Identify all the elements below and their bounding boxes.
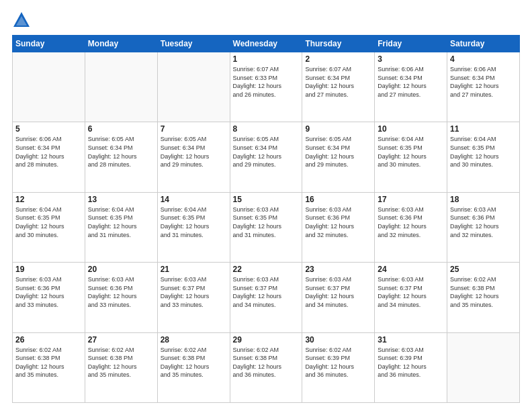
- week-row-5: 26Sunrise: 6:02 AM Sunset: 6:38 PM Dayli…: [13, 332, 520, 402]
- day-number: 10: [378, 124, 444, 134]
- day-number: 2: [305, 54, 371, 64]
- day-number: 25: [450, 265, 517, 274]
- cell-info: Sunrise: 6:04 AM Sunset: 6:35 PM Dayligh…: [450, 135, 517, 169]
- day-number: 11: [450, 124, 517, 134]
- day-number: 3: [378, 54, 444, 64]
- cell-info: Sunrise: 6:05 AM Sunset: 6:34 PM Dayligh…: [88, 135, 154, 169]
- calendar-cell: 25Sunrise: 6:02 AM Sunset: 6:38 PM Dayli…: [447, 263, 520, 332]
- day-number: 14: [161, 195, 227, 204]
- weekday-wednesday: Wednesday: [230, 36, 302, 52]
- cell-info: Sunrise: 6:04 AM Sunset: 6:35 PM Dayligh…: [88, 205, 154, 239]
- weekday-sunday: Sunday: [13, 36, 85, 52]
- calendar-cell: 10Sunrise: 6:04 AM Sunset: 6:35 PM Dayli…: [375, 122, 447, 192]
- cell-info: Sunrise: 6:06 AM Sunset: 6:34 PM Dayligh…: [15, 135, 82, 169]
- cell-info: Sunrise: 6:03 AM Sunset: 6:36 PM Dayligh…: [15, 275, 82, 309]
- calendar-cell: [157, 52, 230, 122]
- cell-info: Sunrise: 6:04 AM Sunset: 6:35 PM Dayligh…: [378, 135, 444, 169]
- calendar-cell: 16Sunrise: 6:03 AM Sunset: 6:36 PM Dayli…: [302, 192, 375, 262]
- calendar-cell: 27Sunrise: 6:02 AM Sunset: 6:38 PM Dayli…: [85, 332, 157, 402]
- day-number: 22: [233, 265, 300, 274]
- cell-info: Sunrise: 6:02 AM Sunset: 6:38 PM Dayligh…: [15, 346, 82, 379]
- day-number: 31: [378, 335, 444, 345]
- cell-info: Sunrise: 6:07 AM Sunset: 6:33 PM Dayligh…: [233, 65, 300, 99]
- weekday-header-row: SundayMondayTuesdayWednesdayThursdayFrid…: [13, 36, 520, 52]
- weekday-monday: Monday: [85, 36, 157, 52]
- day-number: 19: [15, 265, 82, 274]
- calendar-cell: [13, 52, 85, 122]
- calendar-cell: 1Sunrise: 6:07 AM Sunset: 6:33 PM Daylig…: [230, 52, 302, 122]
- day-number: 8: [233, 124, 300, 134]
- day-number: 15: [233, 195, 300, 204]
- calendar-cell: [447, 332, 520, 402]
- calendar-cell: 24Sunrise: 6:03 AM Sunset: 6:37 PM Dayli…: [375, 263, 447, 332]
- calendar-cell: 19Sunrise: 6:03 AM Sunset: 6:36 PM Dayli…: [13, 263, 85, 332]
- weekday-saturday: Saturday: [447, 36, 520, 52]
- calendar-cell: 17Sunrise: 6:03 AM Sunset: 6:36 PM Dayli…: [375, 192, 447, 262]
- day-number: 24: [378, 265, 444, 274]
- calendar-table: SundayMondayTuesdayWednesdayThursdayFrid…: [12, 35, 520, 403]
- logo-icon: [12, 11, 31, 30]
- day-number: 1: [233, 54, 300, 64]
- cell-info: Sunrise: 6:05 AM Sunset: 6:34 PM Dayligh…: [305, 135, 371, 169]
- week-row-2: 5Sunrise: 6:06 AM Sunset: 6:34 PM Daylig…: [13, 122, 520, 192]
- weekday-tuesday: Tuesday: [157, 36, 230, 52]
- day-number: 28: [161, 335, 227, 345]
- cell-info: Sunrise: 6:07 AM Sunset: 6:34 PM Dayligh…: [305, 65, 371, 99]
- calendar-cell: 4Sunrise: 6:06 AM Sunset: 6:34 PM Daylig…: [447, 52, 520, 122]
- calendar-cell: 6Sunrise: 6:05 AM Sunset: 6:34 PM Daylig…: [85, 122, 157, 192]
- day-number: 6: [88, 124, 154, 134]
- cell-info: Sunrise: 6:03 AM Sunset: 6:37 PM Dayligh…: [161, 275, 227, 309]
- calendar-cell: 18Sunrise: 6:03 AM Sunset: 6:36 PM Dayli…: [447, 192, 520, 262]
- day-number: 4: [450, 54, 517, 64]
- cell-info: Sunrise: 6:06 AM Sunset: 6:34 PM Dayligh…: [378, 65, 444, 99]
- calendar-cell: 30Sunrise: 6:02 AM Sunset: 6:39 PM Dayli…: [302, 332, 375, 402]
- day-number: 16: [305, 195, 371, 204]
- cell-info: Sunrise: 6:03 AM Sunset: 6:36 PM Dayligh…: [305, 205, 371, 239]
- calendar-cell: 29Sunrise: 6:02 AM Sunset: 6:38 PM Dayli…: [230, 332, 302, 402]
- calendar-cell: 9Sunrise: 6:05 AM Sunset: 6:34 PM Daylig…: [302, 122, 375, 192]
- calendar-cell: 15Sunrise: 6:03 AM Sunset: 6:35 PM Dayli…: [230, 192, 302, 262]
- day-number: 20: [88, 265, 154, 274]
- week-row-1: 1Sunrise: 6:07 AM Sunset: 6:33 PM Daylig…: [13, 52, 520, 122]
- week-row-3: 12Sunrise: 6:04 AM Sunset: 6:35 PM Dayli…: [13, 192, 520, 262]
- calendar-cell: 22Sunrise: 6:03 AM Sunset: 6:37 PM Dayli…: [230, 263, 302, 332]
- day-number: 21: [161, 265, 227, 274]
- cell-info: Sunrise: 6:06 AM Sunset: 6:34 PM Dayligh…: [450, 65, 517, 99]
- calendar-cell: 21Sunrise: 6:03 AM Sunset: 6:37 PM Dayli…: [157, 263, 230, 332]
- cell-info: Sunrise: 6:03 AM Sunset: 6:36 PM Dayligh…: [378, 205, 444, 239]
- cell-info: Sunrise: 6:02 AM Sunset: 6:38 PM Dayligh…: [161, 346, 227, 379]
- day-number: 18: [450, 195, 517, 204]
- day-number: 17: [378, 195, 444, 204]
- page: SundayMondayTuesdayWednesdayThursdayFrid…: [0, 0, 532, 411]
- calendar-cell: 26Sunrise: 6:02 AM Sunset: 6:38 PM Dayli…: [13, 332, 85, 402]
- cell-info: Sunrise: 6:03 AM Sunset: 6:37 PM Dayligh…: [378, 275, 444, 309]
- cell-info: Sunrise: 6:04 AM Sunset: 6:35 PM Dayligh…: [161, 205, 227, 239]
- calendar-cell: 3Sunrise: 6:06 AM Sunset: 6:34 PM Daylig…: [375, 52, 447, 122]
- day-number: 30: [305, 335, 371, 345]
- cell-info: Sunrise: 6:03 AM Sunset: 6:35 PM Dayligh…: [233, 205, 300, 239]
- cell-info: Sunrise: 6:04 AM Sunset: 6:35 PM Dayligh…: [15, 205, 82, 239]
- calendar-cell: 13Sunrise: 6:04 AM Sunset: 6:35 PM Dayli…: [85, 192, 157, 262]
- day-number: 26: [15, 335, 82, 345]
- cell-info: Sunrise: 6:03 AM Sunset: 6:37 PM Dayligh…: [305, 275, 371, 309]
- calendar-cell: 8Sunrise: 6:05 AM Sunset: 6:34 PM Daylig…: [230, 122, 302, 192]
- calendar-cell: 23Sunrise: 6:03 AM Sunset: 6:37 PM Dayli…: [302, 263, 375, 332]
- cell-info: Sunrise: 6:03 AM Sunset: 6:36 PM Dayligh…: [88, 275, 154, 309]
- cell-info: Sunrise: 6:03 AM Sunset: 6:37 PM Dayligh…: [233, 275, 300, 309]
- day-number: 23: [305, 265, 371, 274]
- calendar-cell: 7Sunrise: 6:05 AM Sunset: 6:34 PM Daylig…: [157, 122, 230, 192]
- day-number: 27: [88, 335, 154, 345]
- calendar-cell: 28Sunrise: 6:02 AM Sunset: 6:38 PM Dayli…: [157, 332, 230, 402]
- cell-info: Sunrise: 6:02 AM Sunset: 6:39 PM Dayligh…: [305, 346, 371, 379]
- day-number: 29: [233, 335, 300, 345]
- header: [12, 11, 520, 30]
- weekday-thursday: Thursday: [302, 36, 375, 52]
- logo: [12, 11, 34, 30]
- day-number: 13: [88, 195, 154, 204]
- calendar-cell: 11Sunrise: 6:04 AM Sunset: 6:35 PM Dayli…: [447, 122, 520, 192]
- weekday-friday: Friday: [375, 36, 447, 52]
- cell-info: Sunrise: 6:05 AM Sunset: 6:34 PM Dayligh…: [161, 135, 227, 169]
- calendar-cell: 2Sunrise: 6:07 AM Sunset: 6:34 PM Daylig…: [302, 52, 375, 122]
- cell-info: Sunrise: 6:02 AM Sunset: 6:38 PM Dayligh…: [233, 346, 300, 379]
- cell-info: Sunrise: 6:03 AM Sunset: 6:39 PM Dayligh…: [378, 346, 444, 379]
